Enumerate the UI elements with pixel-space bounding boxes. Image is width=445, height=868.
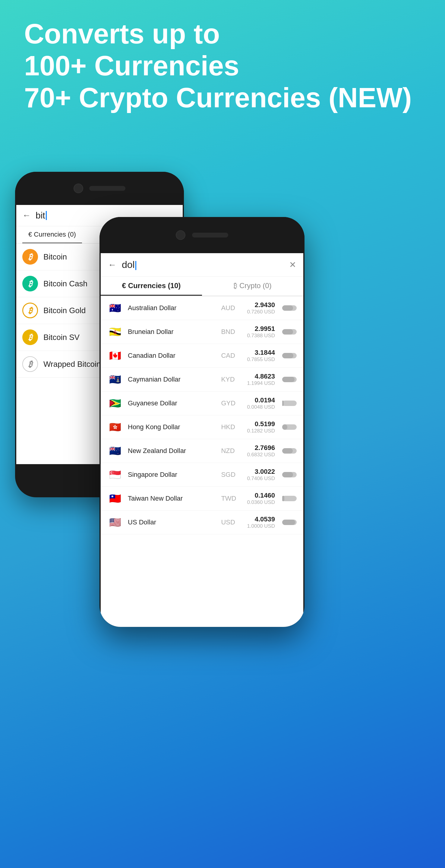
- currency-row[interactable]: US Dollar USD 4.0539 1.0000 USD: [101, 510, 303, 534]
- currency-row[interactable]: Taiwan New Dollar TWD 0.1460 0.0360 USD: [101, 487, 303, 510]
- main-value: 3.1844: [247, 349, 275, 356]
- crypto-name: Bitcoin: [43, 252, 67, 261]
- screen-front: ← dol ✕ € Currencies (10) ₿ Crypto (0) A…: [101, 253, 303, 627]
- currency-name: Singapore Dollar: [128, 471, 216, 478]
- currency-name: Taiwan New Dollar: [128, 495, 216, 502]
- currency-value: 3.0022 0.7406 USD: [247, 468, 275, 482]
- crypto-icon: ₿: [22, 356, 38, 372]
- search-bar-front: ← dol ✕: [101, 253, 303, 277]
- cursor-front: [136, 261, 136, 270]
- flag-icon: [107, 445, 123, 456]
- currency-value: 4.8623 1.1994 USD: [247, 373, 275, 386]
- currency-code: TWD: [221, 495, 242, 502]
- crypto-name: Wrapped Bitcoin: [43, 360, 101, 369]
- crypto-name: Bitcoin Cash: [43, 279, 87, 288]
- flag-icon: [107, 517, 123, 528]
- value-bar: [282, 353, 297, 358]
- search-field-front[interactable]: dol: [122, 259, 284, 270]
- currency-row[interactable]: Bruneian Dollar BND 2.9951 0.7388 USD: [101, 320, 303, 344]
- currency-code: SGD: [221, 471, 242, 478]
- currency-code: AUD: [221, 304, 242, 312]
- crypto-name: Bitcoin Gold: [43, 306, 86, 315]
- back-arrow-front[interactable]: ←: [108, 260, 116, 270]
- flag-icon: [107, 398, 123, 409]
- value-bar: [282, 448, 297, 454]
- currency-value: 0.5199 0.1282 USD: [247, 420, 275, 434]
- flag-icon: [107, 350, 123, 361]
- speaker-back: [89, 186, 125, 191]
- tab-currencies-back[interactable]: € Currencies (0): [22, 226, 82, 243]
- sub-value: 0.1282 USD: [247, 428, 275, 434]
- currency-code: HKD: [221, 423, 242, 431]
- hero-line2: 100+ Currencies: [24, 50, 239, 81]
- currency-code: USD: [221, 518, 242, 526]
- currency-code: GYD: [221, 399, 242, 407]
- value-bar: [282, 472, 297, 477]
- hero-line3: 70+ Crypto Currencies (NEW): [24, 82, 412, 113]
- currency-name: New Zealand Dollar: [128, 447, 216, 455]
- crypto-icon: ₿: [22, 276, 38, 291]
- currency-value: 3.1844 0.7855 USD: [247, 349, 275, 363]
- currency-value: 4.0539 1.0000 USD: [247, 516, 275, 529]
- currency-row[interactable]: Guyanese Dollar GYD 0.0194 0.0048 USD: [101, 392, 303, 415]
- flag-icon: [107, 422, 123, 433]
- sub-value: 1.0000 USD: [247, 523, 275, 529]
- value-bar: [282, 496, 297, 501]
- currency-name: Hong Kong Dollar: [128, 423, 216, 431]
- currency-row[interactable]: Canadian Dollar CAD 3.1844 0.7855 USD: [101, 344, 303, 368]
- tab-row-front: € Currencies (10) ₿ Crypto (0): [101, 277, 303, 296]
- currency-row[interactable]: Hong Kong Dollar HKD 0.5199 0.1282 USD: [101, 415, 303, 439]
- tab-currencies-front[interactable]: € Currencies (10): [101, 277, 202, 296]
- currency-row[interactable]: Singapore Dollar SGD 3.0022 0.7406 USD: [101, 463, 303, 487]
- flag-icon: [107, 327, 123, 337]
- crypto-icon: ₿: [22, 330, 38, 345]
- clear-search-button[interactable]: ✕: [289, 260, 296, 270]
- currency-row[interactable]: New Zealand Dollar NZD 2.7696 0.6832 USD: [101, 439, 303, 463]
- flag-icon: [107, 469, 123, 480]
- value-bar: [282, 329, 297, 335]
- main-value: 3.0022: [247, 468, 275, 475]
- main-value: 4.8623: [247, 373, 275, 380]
- tab-crypto-front[interactable]: ₿ Crypto (0): [202, 277, 303, 296]
- sub-value: 0.7260 USD: [247, 309, 275, 315]
- currency-value: 2.7696 0.6832 USD: [247, 444, 275, 458]
- main-value: 0.5199: [247, 420, 275, 428]
- sub-value: 1.1994 USD: [247, 380, 275, 386]
- hero-section: Converts up to 100+ Currencies 70+ Crypt…: [24, 18, 421, 114]
- value-bar: [282, 520, 297, 525]
- value-bar: [282, 401, 297, 406]
- main-value: 2.9951: [247, 325, 275, 333]
- back-arrow-back[interactable]: ←: [22, 211, 31, 220]
- hero-line1: Converts up to: [24, 19, 220, 49]
- currency-name: US Dollar: [128, 518, 216, 526]
- currency-name: Australian Dollar: [128, 304, 216, 312]
- currency-value: 0.1460 0.0360 USD: [247, 492, 275, 505]
- sub-value: 0.0048 USD: [247, 404, 275, 410]
- phone-front: ← dol ✕ € Currencies (10) ₿ Crypto (0) A…: [99, 217, 304, 627]
- currency-value: 2.9430 0.7260 USD: [247, 301, 275, 315]
- camera-back: [73, 184, 83, 193]
- currency-value: 2.9951 0.7388 USD: [247, 325, 275, 339]
- currency-name: Guyanese Dollar: [128, 399, 216, 407]
- currency-value: 0.0194 0.0048 USD: [247, 396, 275, 410]
- crypto-icon: ₿: [22, 249, 38, 265]
- main-value: 0.0194: [247, 396, 275, 404]
- camera-front: [176, 230, 185, 240]
- cursor-back: [46, 211, 47, 220]
- value-bar: [282, 424, 297, 430]
- speaker-front: [192, 233, 228, 238]
- flag-icon: [107, 493, 123, 504]
- currency-list-front: Australian Dollar AUD 2.9430 0.7260 USD …: [101, 296, 303, 534]
- currency-code: BND: [221, 328, 242, 336]
- currency-name: Caymanian Dollar: [128, 375, 216, 383]
- flag-icon: [107, 374, 123, 385]
- currency-row[interactable]: Caymanian Dollar KYD 4.8623 1.1994 USD: [101, 368, 303, 392]
- sub-value: 0.7406 USD: [247, 475, 275, 482]
- main-value: 2.7696: [247, 444, 275, 452]
- currency-name: Canadian Dollar: [128, 352, 216, 360]
- currency-row[interactable]: Australian Dollar AUD 2.9430 0.7260 USD: [101, 296, 303, 320]
- crypto-icon: ₿: [22, 303, 38, 318]
- main-value: 2.9430: [247, 301, 275, 309]
- sub-value: 0.7388 USD: [247, 333, 275, 339]
- main-value: 4.0539: [247, 516, 275, 523]
